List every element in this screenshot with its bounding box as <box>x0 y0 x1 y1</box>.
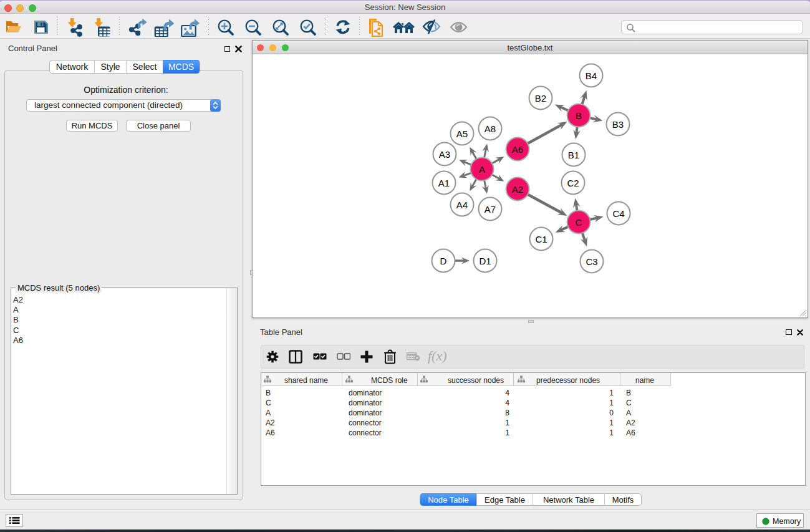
svg-text:B: B <box>576 110 582 121</box>
svg-text:C1: C1 <box>535 234 547 244</box>
svg-text:D1: D1 <box>479 256 491 266</box>
svg-text:C3: C3 <box>586 256 597 267</box>
svg-text:A7: A7 <box>485 204 496 215</box>
svg-text:C4: C4 <box>612 208 624 219</box>
svg-text:A3: A3 <box>439 149 450 160</box>
svg-text:C2: C2 <box>567 178 579 188</box>
svg-text:B4: B4 <box>586 70 597 81</box>
svg-text:A1: A1 <box>438 178 450 188</box>
svg-text:A2: A2 <box>512 184 523 195</box>
svg-text:B2: B2 <box>535 93 546 104</box>
svg-text:A6: A6 <box>512 144 523 155</box>
svg-text:C: C <box>576 217 582 228</box>
svg-text:B1: B1 <box>568 150 579 160</box>
svg-text:A: A <box>479 164 485 175</box>
svg-text:A5: A5 <box>456 128 468 139</box>
svg-text:B3: B3 <box>612 119 624 130</box>
svg-text:D: D <box>440 256 447 266</box>
svg-text:A8: A8 <box>485 123 496 134</box>
svg-text:A4: A4 <box>456 200 468 210</box>
